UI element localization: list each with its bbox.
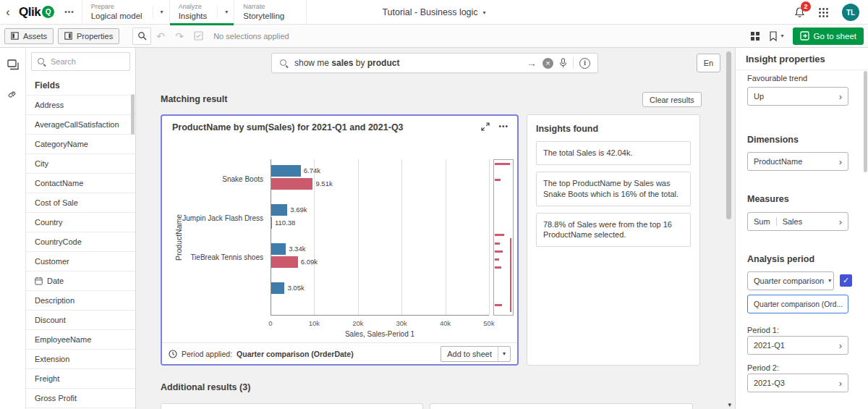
field-item[interactable]: Discount [26, 311, 135, 330]
main-scrollbar[interactable] [726, 51, 731, 397]
props-scrollbar[interactable] [864, 71, 867, 406]
insight-advisor-search-button[interactable] [132, 28, 151, 45]
avatar[interactable]: TL [842, 4, 859, 21]
field-item[interactable]: CountryCode [26, 232, 135, 252]
microphone-icon[interactable] [559, 58, 567, 68]
field-label: EmployeeName [35, 335, 91, 344]
field-item[interactable]: EmployeeName [26, 330, 135, 350]
favourable-trend-select[interactable]: Up › [747, 87, 848, 106]
field-item[interactable]: Address [26, 96, 135, 115]
dimension-item[interactable]: ProductName › [747, 152, 848, 171]
info-icon[interactable]: i [579, 58, 590, 69]
undo-icon[interactable]: ↶ [151, 28, 170, 45]
period1-select[interactable]: 2021-Q1 › [747, 336, 848, 355]
field-item[interactable]: AverageCallSatisfaction [26, 115, 135, 135]
chart-overview-strip[interactable] [493, 159, 514, 316]
sidebar-search-input[interactable] [51, 57, 124, 66]
matching-result-title: Matching result [161, 94, 227, 104]
sheet-grid-icon[interactable] [750, 31, 760, 41]
notifications-button[interactable]: 2 [794, 7, 805, 18]
sidebar-scrollbar[interactable] [131, 94, 135, 135]
chevron-down-icon[interactable]: ▾ [153, 6, 163, 19]
scrollbar-thumb[interactable] [726, 51, 731, 219]
field-item[interactable]: Country [26, 213, 135, 232]
field-label: ContactName [35, 179, 83, 187]
nav-storytelling[interactable]: NarrateStorytelling [234, 0, 307, 25]
chart-title: ProductName by sum(Sales) for 2021-Q1 an… [172, 122, 472, 132]
field-item[interactable]: Customer [26, 252, 135, 271]
analysis-period-type-select[interactable]: Quarter comparison ▾ [747, 271, 834, 290]
field-item[interactable]: ContactName [26, 174, 135, 193]
overview-edge-line [510, 238, 511, 312]
field-item[interactable]: Cost of Sale [26, 193, 135, 213]
bar[interactable] [271, 204, 287, 216]
go-to-sheet-button[interactable]: Go to sheet [793, 28, 864, 45]
chart-category-labels: Snake BootsJumpin Jack Flash DressTieBre… [184, 159, 266, 316]
scroll-down-icon[interactable]: ▾ [728, 401, 731, 408]
field-item[interactable]: Extension [26, 350, 135, 369]
properties-button[interactable]: Properties [58, 28, 119, 44]
axis-tick-label: 0 [268, 319, 272, 327]
clear-selections-icon[interactable] [189, 28, 208, 45]
bar[interactable] [271, 178, 312, 190]
gridline [446, 159, 446, 315]
scrollbar-thumb[interactable] [864, 71, 867, 172]
additional-result-card[interactable] [430, 403, 693, 409]
sidebar-search[interactable] [31, 52, 130, 71]
chart-card[interactable]: ProductName by sum(Sales) for 2021-Q1 an… [161, 114, 519, 366]
submit-arrow-icon[interactable]: → [527, 57, 537, 69]
bar[interactable] [271, 165, 301, 177]
nav-logical-model[interactable]: PrepareLogical model▾ [82, 0, 169, 25]
analysis-period-item[interactable]: Quarter comparison (Ord... › [747, 295, 848, 313]
redo-icon[interactable]: ↷ [170, 28, 189, 45]
back-chevron-icon[interactable]: ‹ [0, 6, 16, 19]
clear-results-button[interactable]: Clear results [642, 92, 702, 107]
chevron-right-icon: › [835, 341, 842, 350]
nav-insights[interactable]: AnalyzeInsights▾ [169, 0, 234, 25]
app-title-selector[interactable]: Tutorial - Business logic ▾ [382, 0, 485, 25]
chevron-down-icon[interactable]: ▾ [498, 350, 510, 357]
overview-bar [495, 258, 499, 261]
field-item[interactable]: Date [26, 271, 135, 291]
period2-label: Period 2: [747, 363, 779, 372]
sheets-panel-button[interactable] [4, 55, 22, 74]
chart-footer: Period applied: Quarter comparison (Orde… [162, 342, 517, 364]
query-text: show me [294, 58, 331, 68]
chevron-down-icon: ▾ [483, 9, 486, 16]
qlik-logo[interactable]: Qlik Q [19, 5, 54, 20]
insight-item: 78.8% of Sales were from the top 16 Prod… [536, 213, 691, 248]
clock-icon [169, 350, 177, 358]
chart-plot[interactable]: 6.74k9.51k3.69k110.383.34k6.09k3.05k [271, 159, 489, 316]
bar[interactable] [271, 243, 286, 255]
insight-search-bar[interactable]: show me sales by product → × i [271, 53, 598, 73]
analysis-period-checkbox[interactable]: ✓ [840, 274, 852, 287]
additional-result-card[interactable] [161, 403, 423, 409]
bookmark-button[interactable]: ▾ [769, 31, 784, 41]
search-query[interactable]: show me sales by product [294, 58, 521, 68]
field-item[interactable]: CategoryName [26, 135, 135, 154]
app-switcher-button[interactable] [818, 7, 829, 18]
language-button[interactable]: En [697, 54, 720, 72]
bar[interactable] [271, 217, 272, 229]
field-item[interactable]: Description [26, 291, 135, 311]
period2-select[interactable]: 2021-Q3 › [747, 374, 848, 392]
field-item[interactable]: Gross Profit [26, 389, 135, 408]
fields-list: AddressAverageCallSatisfactionCategoryNa… [26, 96, 135, 408]
nav-section-label: Narrate [243, 3, 284, 11]
measure-item[interactable]: Sum Sales › [747, 212, 848, 231]
expand-icon[interactable] [481, 122, 490, 131]
clear-search-icon[interactable]: × [542, 58, 553, 69]
chevron-right-icon: › [835, 379, 842, 388]
more-menu-icon[interactable]: ••• [64, 8, 75, 16]
chevron-down-icon[interactable]: ▾ [217, 6, 228, 19]
bar[interactable] [271, 256, 298, 268]
chart-more-icon[interactable]: ••• [498, 122, 509, 130]
topbar: ‹ Qlik Q ••• PrepareLogical model▾Analyz… [0, 0, 868, 25]
links-panel-button[interactable] [4, 84, 22, 103]
bar-value-label: 3.69k [290, 204, 307, 216]
bar[interactable] [271, 282, 284, 294]
add-to-sheet-button[interactable]: Add to sheet ▾ [441, 346, 511, 362]
field-item[interactable]: City [26, 154, 135, 174]
assets-button[interactable]: Assets [4, 28, 54, 44]
field-item[interactable]: Freight [26, 369, 135, 389]
